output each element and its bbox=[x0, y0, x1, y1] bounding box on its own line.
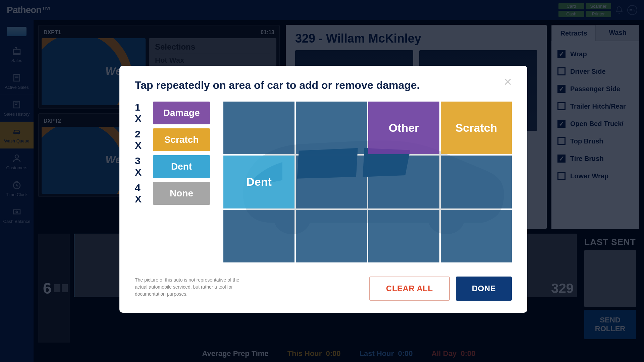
damage-cell[interactable] bbox=[368, 156, 439, 208]
legend-row: 3 X Dent bbox=[135, 155, 210, 178]
close-icon[interactable] bbox=[503, 77, 513, 86]
damage-cell[interactable] bbox=[223, 210, 294, 262]
modal-title: Tap repeatedly on area of car to add or … bbox=[135, 79, 512, 92]
legend-chip: Damage bbox=[153, 102, 210, 124]
damage-cell[interactable] bbox=[441, 210, 512, 262]
legend-count: 3 X bbox=[135, 155, 150, 178]
damage-cell[interactable]: Dent bbox=[223, 156, 294, 208]
legend-row: 4 X None bbox=[135, 182, 210, 205]
legend-count: 4 X bbox=[135, 182, 150, 205]
damage-cell[interactable] bbox=[296, 156, 367, 208]
damage-cell[interactable] bbox=[223, 102, 294, 154]
damage-cell[interactable]: Scratch bbox=[441, 102, 512, 154]
legend-chip: None bbox=[153, 182, 210, 205]
modal-footer: The picture of this auto is not represen… bbox=[135, 277, 512, 301]
car-grid-wrap: OtherScratchDent bbox=[223, 102, 512, 262]
damage-cell[interactable] bbox=[368, 210, 439, 262]
damage-cell[interactable] bbox=[296, 102, 367, 154]
damage-cell[interactable]: Other bbox=[368, 102, 439, 154]
damage-grid: OtherScratchDent bbox=[223, 102, 512, 262]
disclaimer: The picture of this auto is not represen… bbox=[135, 277, 246, 298]
legend-row: 1 X Damage bbox=[135, 102, 210, 124]
legend-chip: Dent bbox=[153, 155, 210, 178]
damage-modal: Tap repeatedly on area of car to add or … bbox=[119, 66, 527, 313]
damage-cell[interactable] bbox=[441, 156, 512, 208]
damage-legend: 1 X Damage 2 X Scratch 3 X Dent 4 X None bbox=[135, 102, 210, 262]
legend-chip: Scratch bbox=[153, 128, 210, 151]
modal-body: 1 X Damage 2 X Scratch 3 X Dent 4 X None bbox=[135, 102, 512, 262]
done-button[interactable]: DONE bbox=[456, 277, 512, 301]
damage-cell[interactable] bbox=[296, 210, 367, 262]
legend-row: 2 X Scratch bbox=[135, 128, 210, 151]
legend-count: 1 X bbox=[135, 102, 150, 124]
legend-count: 2 X bbox=[135, 128, 150, 151]
clear-all-button[interactable]: CLEAR ALL bbox=[369, 277, 450, 301]
